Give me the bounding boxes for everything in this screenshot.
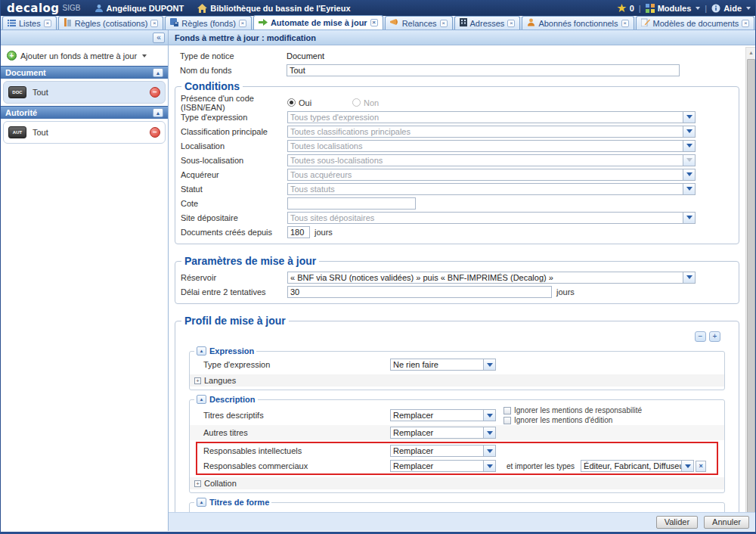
ignore-edition-checkbox[interactable]: Ignorer les mentions d'édition xyxy=(503,416,642,425)
valider-button[interactable]: Valider xyxy=(656,516,698,529)
statut-select[interactable]: Tous statuts xyxy=(287,183,696,195)
titres-descriptifs-select[interactable]: Remplacer xyxy=(390,409,496,421)
chevron-down-icon[interactable] xyxy=(483,359,495,370)
separator: | xyxy=(639,4,641,13)
chevron-down-icon[interactable] xyxy=(683,126,695,137)
chevron-down-icon[interactable] xyxy=(683,169,695,180)
close-icon[interactable]: × xyxy=(440,20,448,27)
import-types-multiselect[interactable]: Éditeur, Fabricant, Diffuseur c xyxy=(581,460,694,472)
close-icon[interactable]: × xyxy=(44,20,51,27)
langues-group[interactable]: + Langues xyxy=(190,374,724,387)
chevron-down-icon[interactable] xyxy=(683,213,695,223)
collapse-section-icon[interactable]: ▲ xyxy=(153,68,163,77)
fonds-item-autorite-tout[interactable]: AUT Tout − xyxy=(3,121,166,144)
profil-title: Profil de mise à jour xyxy=(181,315,289,327)
collapse-icon[interactable]: ▲ xyxy=(197,498,206,507)
collapse-icon[interactable]: ▲ xyxy=(197,346,206,355)
type-expression-select[interactable]: Tous types d'expression xyxy=(287,111,696,123)
cote-label: Cote xyxy=(181,199,287,208)
top-bar: decalog SIGB Angélique DUPONT Bibliothèq… xyxy=(1,0,756,16)
subscriber-icon xyxy=(527,18,535,28)
help-menu[interactable]: Aide xyxy=(711,4,751,13)
localisation-select[interactable]: Toutes localisations xyxy=(287,140,696,152)
collation-label: Collation xyxy=(204,479,237,488)
close-icon[interactable]: × xyxy=(621,20,629,27)
ignore-responsabilite-checkbox[interactable]: Ignorer les mentions de responsabilité xyxy=(503,406,642,415)
autres-titres-select[interactable]: Remplacer xyxy=(390,427,496,439)
tab-listes[interactable]: Listes × xyxy=(2,16,57,29)
classification-select[interactable]: Toutes classifications principales xyxy=(287,126,696,138)
collapse-all-button[interactable]: − xyxy=(695,331,706,342)
home-icon xyxy=(197,4,207,13)
collapse-section-icon[interactable]: ▲ xyxy=(153,108,163,117)
chevron-down-icon[interactable] xyxy=(681,461,693,471)
collapse-sidebar-button[interactable]: « xyxy=(153,33,165,43)
tab-abonnes-fonctionnels[interactable]: Abonnés fonctionnels × xyxy=(522,16,634,29)
user-menu[interactable]: Angélique DUPONT xyxy=(94,4,184,13)
sidebar-section-autorite[interactable]: Autorité ▲ xyxy=(1,106,168,119)
library-menu[interactable]: Bibliothèque du bassin de l'Eyrieux xyxy=(197,4,350,13)
document-template-icon xyxy=(641,18,650,28)
site-depositaire-select[interactable]: Tous sites dépositaires xyxy=(287,212,696,224)
close-icon[interactable]: × xyxy=(742,20,749,27)
expand-icon[interactable]: + xyxy=(194,480,201,487)
add-fonds-link[interactable]: + Ajouter un fonds à mettre à jour xyxy=(1,45,168,66)
sidebar-section-document[interactable]: Document ▲ xyxy=(1,66,168,79)
tab-relances[interactable]: Relances × xyxy=(385,16,453,29)
delai-label: Délai entre 2 tentatives xyxy=(181,287,287,296)
tab-adresses[interactable]: Adresses × xyxy=(454,16,521,29)
tab-bar: Listes × Règles (cotisations) × Règles (… xyxy=(1,16,756,30)
cote-input[interactable] xyxy=(287,197,416,210)
vertical-scrollbar[interactable]: ▲ ▼ xyxy=(745,47,756,526)
modules-label: Modules xyxy=(658,4,692,13)
docs-depuis-input[interactable] xyxy=(287,226,310,238)
modules-menu[interactable]: Modules xyxy=(646,4,701,13)
info-icon xyxy=(711,4,720,13)
sous-localisation-select: Toutes sous-localisations xyxy=(287,154,696,166)
acquereur-select[interactable]: Tous acquéreurs xyxy=(287,169,696,181)
user-name: Angélique DUPONT xyxy=(107,4,184,13)
expand-icon[interactable]: + xyxy=(194,377,201,384)
type-expression-action-select[interactable]: Ne rien faire xyxy=(390,359,496,371)
scroll-up-icon[interactable]: ▲ xyxy=(746,48,756,58)
radio-non[interactable]: Non xyxy=(352,98,417,107)
help-label: Aide xyxy=(723,4,742,13)
chevron-down-icon[interactable] xyxy=(483,410,495,421)
expression-title: Expression xyxy=(209,346,254,355)
chevron-down-icon[interactable] xyxy=(683,184,695,194)
chevron-down-icon[interactable] xyxy=(683,112,695,123)
remove-fonds-icon[interactable]: − xyxy=(150,127,160,138)
remove-fonds-icon[interactable]: − xyxy=(150,87,160,98)
chevron-down-icon[interactable] xyxy=(683,272,695,283)
expand-all-button[interactable]: + xyxy=(709,331,720,342)
resp-commerciaux-select[interactable]: Remplacer xyxy=(390,460,496,472)
notifications-indicator[interactable]: 0 xyxy=(617,4,634,13)
tab-automate-mise-a-jour[interactable]: Automate de mise à jour × xyxy=(253,15,383,29)
reservoir-select[interactable]: « BNF via SRU (notices validées) » puis … xyxy=(287,272,696,284)
scrollbar-thumb[interactable] xyxy=(747,59,755,513)
close-icon[interactable]: × xyxy=(150,20,158,27)
radio-oui[interactable]: Oui xyxy=(287,98,352,107)
chevron-down-icon[interactable] xyxy=(483,427,495,438)
annuler-button[interactable]: Annuler xyxy=(704,516,749,529)
fonds-item-document-tout[interactable]: DOC Tout − xyxy=(3,81,166,104)
nom-du-fonds-input[interactable] xyxy=(287,64,680,76)
delai-input[interactable] xyxy=(287,286,552,298)
resp-intellectuels-select[interactable]: Remplacer xyxy=(390,445,496,457)
chevron-down-icon[interactable] xyxy=(483,446,495,456)
isbn-label: Présence d'un code (ISBN/EAN) xyxy=(181,94,287,112)
close-icon[interactable]: × xyxy=(507,20,515,27)
conditions-section: Conditions Présence d'un code (ISBN/EAN)… xyxy=(175,80,739,244)
close-icon[interactable]: × xyxy=(370,19,378,26)
tab-regles-fonds[interactable]: Règles (fonds) × xyxy=(165,16,252,29)
highlight-red-box: Responsables intellectuels Remplacer Res… xyxy=(196,442,718,475)
clear-selection-icon[interactable]: × xyxy=(696,461,706,472)
tab-modeles-documents[interactable]: Modèles de documents × xyxy=(636,16,755,29)
collation-group[interactable]: + Collation xyxy=(190,477,724,489)
chevron-down-icon[interactable] xyxy=(483,461,495,471)
close-icon[interactable]: × xyxy=(239,20,246,27)
profil-section: Profil de mise à jour − + ▲ Expression T… xyxy=(175,315,739,512)
chevron-down-icon[interactable] xyxy=(683,141,695,151)
tab-regles-cotisations[interactable]: Règles (cotisations) × xyxy=(58,16,164,29)
collapse-icon[interactable]: ▲ xyxy=(197,395,206,404)
